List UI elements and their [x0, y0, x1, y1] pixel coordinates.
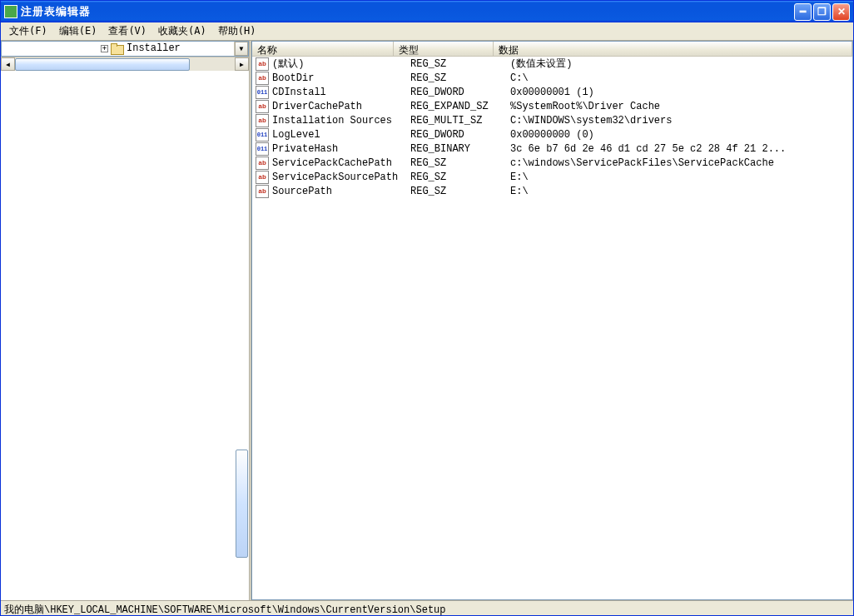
menu-item-2[interactable]: 查看(V): [103, 22, 151, 40]
scroll-thumb[interactable]: [236, 450, 248, 558]
menu-item-0[interactable]: 文件(F): [4, 22, 52, 40]
value-data: %SystemRoot%\Driver Cache: [510, 101, 852, 112]
value-type: REG_EXPAND_SZ: [410, 101, 510, 112]
value-type: REG_SZ: [410, 171, 510, 183]
value-data: E:\: [510, 186, 852, 197]
menu-item-3[interactable]: 收藏夹(A): [153, 22, 211, 40]
column-header-type[interactable]: 类型: [394, 42, 494, 56]
binary-value-icon: [256, 86, 269, 99]
list-row[interactable]: Installation SourcesREG_MULTI_SZC:\WINDO…: [252, 113, 852, 127]
binary-value-icon: [256, 128, 269, 142]
value-data: 0x00000001 (1): [510, 87, 852, 98]
list-row[interactable]: DriverCachePathREG_EXPAND_SZ%SystemRoot%…: [252, 99, 852, 113]
tree-vertical-scrollbar[interactable]: ▲ ▼: [234, 42, 248, 56]
folder-icon: [111, 43, 122, 53]
tree-node-label: Installer: [125, 42, 182, 54]
app-icon: [4, 5, 17, 18]
value-data: C:\WINDOWS\system32\drivers: [510, 115, 852, 127]
menu-item-4[interactable]: 帮助(H): [213, 22, 261, 40]
list-row[interactable]: LogLevelREG_DWORD0x00000000 (0): [252, 127, 852, 142]
string-value-icon: [256, 171, 269, 184]
value-name: (默认): [272, 57, 410, 71]
value-name: Installation Sources: [272, 115, 410, 127]
hscroll-thumb[interactable]: [15, 58, 190, 71]
scroll-left-button[interactable]: ◀: [1, 57, 15, 71]
values-list-pane[interactable]: 名称 类型 数据 (默认)REG_SZ(数值未设置)BootDirREG_SZC…: [251, 41, 853, 600]
body-area: +Installer+Internet SettingsIntlRunIntlR…: [1, 41, 853, 600]
window-title: 注册表编辑器: [21, 4, 794, 19]
tree-pane-wrap: +Installer+Internet SettingsIntlRunIntlR…: [1, 41, 249, 600]
expand-icon[interactable]: +: [101, 45, 108, 52]
value-name: LogLevel: [272, 129, 410, 141]
value-type: REG_SZ: [410, 58, 510, 70]
tree-node[interactable]: +Internet Settings: [2, 55, 234, 56]
value-name: PrivateHash: [272, 143, 410, 155]
value-name: ServicePackSourcePath: [272, 171, 410, 183]
value-name: ServicePackCachePath: [272, 157, 410, 169]
list-body: (默认)REG_SZ(数值未设置)BootDirREG_SZC:\CDInsta…: [252, 57, 852, 599]
value-data: c:\windows\ServicePackFiles\ServicePackC…: [510, 157, 852, 169]
value-type: REG_SZ: [410, 72, 510, 84]
tree-horizontal-scrollbar[interactable]: ◀ ▶: [1, 57, 249, 71]
menu-bar: 文件(F)编辑(E)查看(V)收藏夹(A)帮助(H): [1, 22, 853, 41]
close-button[interactable]: ✕: [832, 3, 850, 21]
list-row[interactable]: CDInstallREG_DWORD0x00000001 (1): [252, 85, 852, 99]
menu-item-1[interactable]: 编辑(E): [54, 22, 102, 40]
list-row[interactable]: BootDirREG_SZC:\: [252, 71, 852, 85]
status-bar: 我的电脑\HKEY_LOCAL_MACHINE\SOFTWARE\Microso…: [1, 600, 853, 615]
tree-pane[interactable]: +Installer+Internet SettingsIntlRunIntlR…: [1, 41, 249, 57]
string-value-icon: [256, 72, 269, 85]
list-row[interactable]: SourcePathREG_SZE:\: [252, 184, 852, 198]
list-row[interactable]: ServicePackSourcePathREG_SZE:\: [252, 170, 852, 184]
value-type: REG_BINARY: [410, 143, 510, 155]
value-type: REG_MULTI_SZ: [410, 115, 510, 127]
value-type: REG_DWORD: [410, 129, 510, 141]
value-data: (数值未设置): [510, 57, 852, 71]
value-name: BootDir: [272, 72, 410, 84]
titlebar[interactable]: 注册表编辑器 ━ ❐ ✕: [1, 1, 853, 22]
value-type: REG_DWORD: [410, 87, 510, 98]
minimize-button[interactable]: ━: [794, 3, 812, 21]
value-name: DriverCachePath: [272, 101, 410, 112]
value-data: E:\: [510, 171, 852, 183]
string-value-icon: [256, 185, 269, 198]
scroll-right-button[interactable]: ▶: [235, 57, 249, 71]
registry-editor-window: 注册表编辑器 ━ ❐ ✕ 文件(F)编辑(E)查看(V)收藏夹(A)帮助(H) …: [0, 0, 854, 616]
value-type: REG_SZ: [410, 157, 510, 169]
list-row[interactable]: PrivateHashREG_BINARY3c 6e b7 6d 2e 46 d…: [252, 142, 852, 156]
list-header: 名称 类型 数据: [252, 42, 852, 57]
value-name: CDInstall: [272, 87, 410, 98]
value-data: 0x00000000 (0): [510, 129, 852, 141]
list-row[interactable]: (默认)REG_SZ(数值未设置): [252, 57, 852, 71]
binary-value-icon: [256, 142, 269, 156]
tree-node[interactable]: +Installer: [2, 42, 234, 55]
string-value-icon: [256, 114, 269, 127]
string-value-icon: [256, 57, 269, 71]
list-row[interactable]: ServicePackCachePathREG_SZc:\windows\Ser…: [252, 156, 852, 170]
maximize-button[interactable]: ❐: [813, 3, 831, 21]
column-header-data[interactable]: 数据: [494, 42, 852, 56]
window-controls: ━ ❐ ✕: [794, 3, 850, 21]
value-name: SourcePath: [272, 186, 410, 197]
value-type: REG_SZ: [410, 186, 510, 197]
scroll-down-button[interactable]: ▼: [235, 42, 248, 56]
value-data: C:\: [510, 72, 852, 84]
string-value-icon: [256, 156, 269, 170]
string-value-icon: [256, 100, 269, 113]
column-header-name[interactable]: 名称: [252, 42, 394, 56]
value-data: 3c 6e b7 6d 2e 46 d1 cd 27 5e c2 28 4f 2…: [510, 143, 852, 155]
